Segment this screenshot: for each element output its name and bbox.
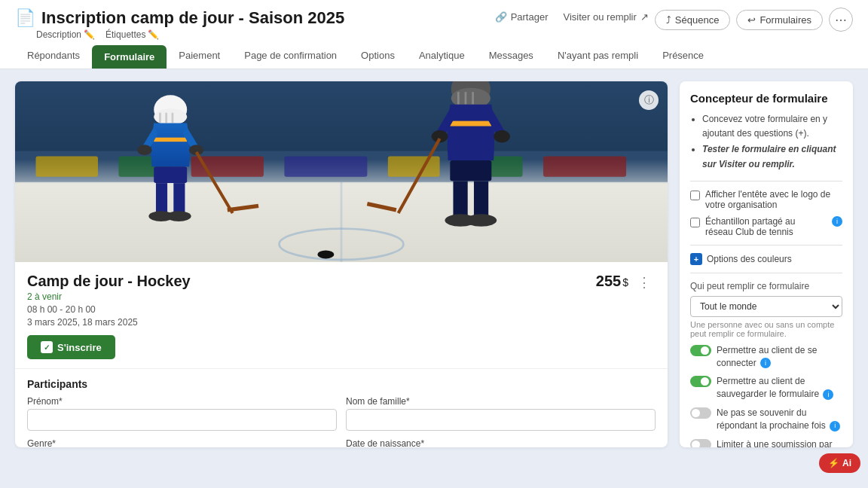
tab-page-confirmation[interactable]: Page de confirmation xyxy=(232,44,349,69)
image-info-icon[interactable]: ⓘ xyxy=(639,90,659,110)
event-more-button[interactable]: ⋮ xyxy=(633,273,656,292)
nom-input[interactable] xyxy=(346,409,656,431)
share-icon: 🔗 xyxy=(495,11,507,23)
dob-label: Date de naissance* xyxy=(346,438,656,447)
divider-1 xyxy=(690,181,842,181)
checkbox-echantillon-row: Échantillon partagé au réseau Club de te… xyxy=(690,216,842,237)
ai-badge[interactable]: ⚡ Ai xyxy=(819,453,860,473)
event-title: Camp de jour - Hockey xyxy=(27,273,191,290)
divider-3 xyxy=(690,273,842,273)
tab-formulaire[interactable]: Formulaire xyxy=(92,45,167,69)
toggle-connect-row: Permettre au client de se connecter i xyxy=(690,344,842,370)
event-image: ⓘ xyxy=(15,81,668,262)
nom-field-group: Nom de famille* xyxy=(346,396,656,431)
form-preview: ⓘ Camp de jour - Hockey 2 à venir 08 h 0… xyxy=(15,81,668,447)
tab-messages[interactable]: Messages xyxy=(477,44,546,69)
svg-rect-5 xyxy=(284,156,367,176)
svg-rect-8 xyxy=(543,156,626,176)
toggle-limit[interactable] xyxy=(690,439,711,447)
checkbox-logo-row: Afficher l'entête avec le logo de votre … xyxy=(690,189,842,210)
tab-n-ayant-pas-rempli[interactable]: N'ayant pas rempli xyxy=(546,44,650,69)
tab-presence[interactable]: Présence xyxy=(650,44,716,69)
event-schedule-dates: 3 mars 2025, 18 mars 2025 xyxy=(27,317,191,328)
actions-right: 🔗 Partager Visiter ou remplir ↗ xyxy=(495,11,649,23)
page-title: 📄 Inscription camp de jour - Saison 2025 xyxy=(15,8,344,28)
toggle-save[interactable] xyxy=(690,376,711,387)
document-icon: 📄 xyxy=(15,8,35,28)
color-plus-icon: + xyxy=(690,253,702,265)
genre-label: Genre* xyxy=(27,438,337,447)
event-price: 255 $ xyxy=(596,273,628,290)
event-schedule-time: 08 h 00 - 20 h 00 xyxy=(27,304,191,315)
toggle-save-row: Permettre au client de sauvegarder le fo… xyxy=(690,375,842,401)
description-link[interactable]: Description ✏️ xyxy=(36,29,95,40)
form-access-select[interactable]: Tout le mondeMembres seulementSur invita… xyxy=(690,296,842,317)
svg-point-12 xyxy=(154,108,187,125)
svg-rect-35 xyxy=(453,181,467,218)
svg-point-41 xyxy=(317,250,334,258)
panel-title: Concepteur de formulaire xyxy=(690,92,842,105)
prenom-field-group: Prénom* xyxy=(27,396,337,431)
svg-point-38 xyxy=(466,214,497,226)
top-actions: 🔗 Partager Visiter ou remplir ↗ ⤴ Séquen… xyxy=(495,8,853,32)
share-button[interactable]: 🔗 Partager xyxy=(495,11,549,23)
toggle-limit-row: Limiter à une soumission par personne i xyxy=(690,438,842,447)
svg-rect-16 xyxy=(154,138,187,142)
toggle-remember[interactable] xyxy=(690,407,711,419)
svg-rect-21 xyxy=(173,183,185,214)
svg-rect-6 xyxy=(388,156,440,176)
svg-point-17 xyxy=(137,145,151,155)
right-panel: Concepteur de formulaire Concevez votre … xyxy=(680,81,853,447)
svg-point-23 xyxy=(167,211,191,221)
tags-link[interactable]: Étiquettes ✏️ xyxy=(105,29,159,40)
sequence-button[interactable]: ⤴ Séquence xyxy=(655,10,731,30)
external-link-icon: ↗ xyxy=(640,11,649,23)
genre-dob-field-row: Genre* Date de naissance* xyxy=(27,438,656,447)
edit-icon: ✏️ xyxy=(84,29,95,40)
svg-rect-2 xyxy=(35,156,97,176)
forms-icon: ↩ xyxy=(747,14,756,26)
checkbox-logo[interactable] xyxy=(690,191,700,200)
svg-rect-34 xyxy=(450,160,491,181)
color-options-row[interactable]: + Options des couleurs xyxy=(690,253,842,265)
form-fields: Participants Prénom* Nom de famille* Gen… xyxy=(15,369,668,447)
toggle-connect-info: i xyxy=(760,358,771,368)
participants-section-title: Participants xyxy=(27,378,656,390)
toggle-connect[interactable] xyxy=(690,345,711,356)
form-access-label: Qui peut remplir ce formulaire xyxy=(690,281,842,291)
instruction-1: Concevez votre formulaire en y ajoutant … xyxy=(702,112,842,141)
name-field-row: Prénom* Nom de famille* xyxy=(27,396,656,431)
main-content: ⓘ Camp de jour - Hockey 2 à venir 08 h 0… xyxy=(0,69,868,459)
event-subtitle: 2 à venir xyxy=(27,291,191,302)
main-nav: Répondants Formulaire Paiement Page de c… xyxy=(15,44,853,69)
divider-2 xyxy=(690,245,842,246)
nom-label: Nom de famille* xyxy=(346,396,656,407)
svg-rect-31 xyxy=(450,121,491,127)
prenom-input[interactable] xyxy=(27,409,337,431)
register-button[interactable]: ✓ S'inscrire xyxy=(27,335,115,359)
svg-rect-19 xyxy=(154,166,187,183)
event-info: Camp de jour - Hockey 2 à venir 08 h 00 … xyxy=(15,262,668,369)
tab-paiement[interactable]: Paiement xyxy=(167,44,232,69)
toggle-remember-row: Ne pas se souvenir du répondant la proch… xyxy=(690,407,842,432)
formulaires-button[interactable]: ↩ Formulaires xyxy=(736,10,823,30)
svg-rect-20 xyxy=(156,183,167,214)
ai-icon: ⚡ xyxy=(828,458,839,468)
register-icon: ✓ xyxy=(41,341,53,353)
visit-button[interactable]: Visiter ou remplir ↗ xyxy=(564,11,649,23)
sequence-icon: ⤴ xyxy=(666,14,671,26)
tab-analytique[interactable]: Analytique xyxy=(407,44,477,69)
genre-field-group: Genre* xyxy=(27,438,337,447)
more-options-button[interactable]: ⋯ xyxy=(829,8,853,32)
dob-field-group: Date de naissance* xyxy=(346,438,656,447)
echantillon-info-icon: i xyxy=(832,216,842,227)
toggle-save-info: i xyxy=(823,389,833,400)
svg-point-33 xyxy=(494,130,510,142)
instruction-list: Concevez votre formulaire en y ajoutant … xyxy=(690,112,842,172)
prenom-label: Prénom* xyxy=(27,396,337,407)
instruction-2: Tester le formulaire en cliquant sur Vis… xyxy=(702,142,842,171)
tab-repondants[interactable]: Répondants xyxy=(15,44,92,69)
form-access-helper: Une personne avec ou sans un compte peut… xyxy=(690,320,842,338)
checkbox-echantillon[interactable] xyxy=(690,218,700,227)
tab-options[interactable]: Options xyxy=(349,44,407,69)
